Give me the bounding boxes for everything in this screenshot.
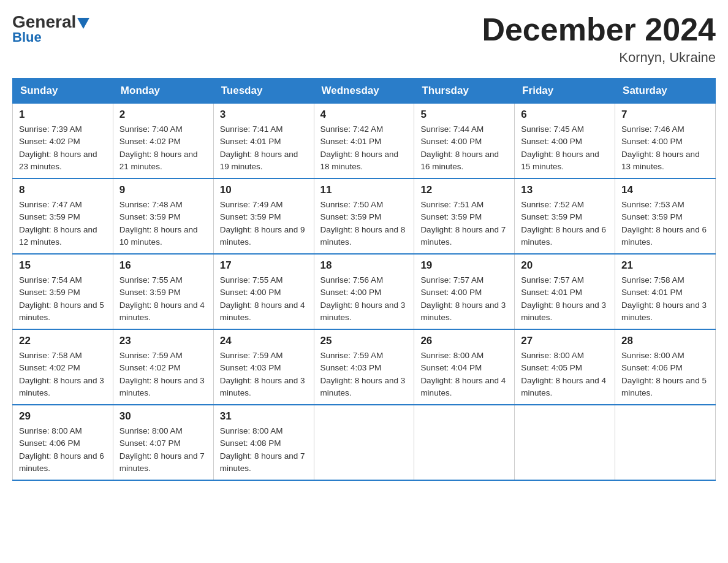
calendar-header-wednesday: Wednesday: [314, 79, 414, 104]
day-info: Sunrise: 8:00 AMSunset: 4:05 PMDaylight:…: [521, 350, 609, 399]
calendar-cell: 3 Sunrise: 7:41 AMSunset: 4:01 PMDayligh…: [213, 104, 314, 179]
day-info: Sunrise: 7:46 AMSunset: 4:00 PMDaylight:…: [621, 123, 709, 173]
calendar-cell: 28 Sunrise: 8:00 AMSunset: 4:06 PMDaylig…: [615, 329, 716, 405]
day-info: Sunrise: 7:59 AMSunset: 4:03 PMDaylight:…: [220, 350, 308, 399]
calendar-cell: [515, 405, 615, 480]
calendar-cell: 14 Sunrise: 7:53 AMSunset: 3:59 PMDaylig…: [615, 178, 716, 254]
day-info: Sunrise: 7:49 AMSunset: 3:59 PMDaylight:…: [220, 199, 308, 248]
day-number: 28: [621, 335, 709, 347]
calendar-header-tuesday: Tuesday: [213, 79, 314, 104]
calendar-cell: 18 Sunrise: 7:56 AMSunset: 4:00 PMDaylig…: [314, 254, 414, 329]
day-number: 22: [19, 335, 107, 347]
day-info: Sunrise: 7:42 AMSunset: 4:01 PMDaylight:…: [320, 123, 408, 173]
day-number: 9: [119, 184, 207, 196]
logo: General Blue: [12, 12, 89, 45]
logo-triangle-icon: [77, 18, 89, 29]
day-info: Sunrise: 7:50 AMSunset: 3:59 PMDaylight:…: [320, 199, 408, 248]
calendar-header-monday: Monday: [113, 79, 213, 104]
day-info: Sunrise: 8:00 AMSunset: 4:08 PMDaylight:…: [220, 425, 308, 475]
calendar-cell: 19 Sunrise: 7:57 AMSunset: 4:00 PMDaylig…: [414, 254, 515, 329]
day-number: 4: [320, 109, 408, 121]
calendar-table: SundayMondayTuesdayWednesdayThursdayFrid…: [12, 78, 716, 481]
day-info: Sunrise: 7:44 AMSunset: 4:00 PMDaylight:…: [420, 123, 508, 173]
day-number: 27: [521, 335, 609, 347]
day-number: 13: [521, 184, 609, 196]
day-number: 23: [119, 335, 207, 347]
day-info: Sunrise: 7:55 AMSunset: 3:59 PMDaylight:…: [119, 274, 207, 324]
day-info: Sunrise: 7:51 AMSunset: 3:59 PMDaylight:…: [420, 199, 508, 248]
day-info: Sunrise: 7:56 AMSunset: 4:00 PMDaylight:…: [320, 274, 408, 324]
location-text: Kornyn, Ukraine: [482, 50, 716, 66]
day-info: Sunrise: 7:41 AMSunset: 4:01 PMDaylight:…: [220, 123, 308, 173]
day-number: 3: [220, 109, 308, 121]
day-info: Sunrise: 7:52 AMSunset: 3:59 PMDaylight:…: [521, 199, 609, 248]
calendar-cell: 22 Sunrise: 7:58 AMSunset: 4:02 PMDaylig…: [13, 329, 113, 405]
calendar-cell: [314, 405, 414, 480]
calendar-cell: 20 Sunrise: 7:57 AMSunset: 4:01 PMDaylig…: [515, 254, 615, 329]
day-number: 29: [19, 410, 107, 423]
calendar-header-row: SundayMondayTuesdayWednesdayThursdayFrid…: [13, 79, 716, 104]
calendar-cell: 2 Sunrise: 7:40 AMSunset: 4:02 PMDayligh…: [113, 104, 213, 179]
calendar-header-friday: Friday: [515, 79, 615, 104]
day-number: 2: [119, 109, 207, 121]
day-number: 17: [220, 259, 308, 272]
calendar-cell: 21 Sunrise: 7:58 AMSunset: 4:01 PMDaylig…: [615, 254, 716, 329]
month-title: December 2024: [482, 12, 716, 47]
day-number: 16: [119, 259, 207, 272]
day-info: Sunrise: 7:57 AMSunset: 4:00 PMDaylight:…: [420, 274, 508, 324]
day-info: Sunrise: 7:58 AMSunset: 4:01 PMDaylight:…: [621, 274, 709, 324]
day-number: 25: [320, 335, 408, 347]
day-info: Sunrise: 7:59 AMSunset: 4:03 PMDaylight:…: [320, 350, 408, 399]
calendar-cell: 4 Sunrise: 7:42 AMSunset: 4:01 PMDayligh…: [314, 104, 414, 179]
day-info: Sunrise: 8:00 AMSunset: 4:06 PMDaylight:…: [621, 350, 709, 399]
logo-blue-text: Blue: [12, 29, 89, 45]
calendar-cell: 5 Sunrise: 7:44 AMSunset: 4:00 PMDayligh…: [414, 104, 515, 179]
day-number: 12: [420, 184, 508, 196]
calendar-cell: 10 Sunrise: 7:49 AMSunset: 3:59 PMDaylig…: [213, 178, 314, 254]
calendar-cell: 1 Sunrise: 7:39 AMSunset: 4:02 PMDayligh…: [13, 104, 113, 179]
calendar-week-row: 29 Sunrise: 8:00 AMSunset: 4:06 PMDaylig…: [13, 405, 716, 480]
calendar-cell: 24 Sunrise: 7:59 AMSunset: 4:03 PMDaylig…: [213, 329, 314, 405]
day-info: Sunrise: 7:55 AMSunset: 4:00 PMDaylight:…: [220, 274, 308, 324]
title-area: December 2024 Kornyn, Ukraine: [482, 12, 716, 66]
day-number: 11: [320, 184, 408, 196]
day-info: Sunrise: 7:58 AMSunset: 4:02 PMDaylight:…: [19, 350, 107, 399]
day-info: Sunrise: 7:54 AMSunset: 3:59 PMDaylight:…: [19, 274, 107, 324]
calendar-cell: 31 Sunrise: 8:00 AMSunset: 4:08 PMDaylig…: [213, 405, 314, 480]
day-number: 15: [19, 259, 107, 272]
day-info: Sunrise: 7:48 AMSunset: 3:59 PMDaylight:…: [119, 199, 207, 248]
calendar-week-row: 8 Sunrise: 7:47 AMSunset: 3:59 PMDayligh…: [13, 178, 716, 254]
calendar-cell: 30 Sunrise: 8:00 AMSunset: 4:07 PMDaylig…: [113, 405, 213, 480]
day-number: 31: [220, 410, 308, 423]
calendar-cell: 29 Sunrise: 8:00 AMSunset: 4:06 PMDaylig…: [13, 405, 113, 480]
day-info: Sunrise: 8:00 AMSunset: 4:07 PMDaylight:…: [119, 425, 207, 475]
calendar-cell: [615, 405, 716, 480]
day-info: Sunrise: 7:39 AMSunset: 4:02 PMDaylight:…: [19, 123, 107, 173]
day-number: 20: [521, 259, 609, 272]
day-info: Sunrise: 7:59 AMSunset: 4:02 PMDaylight:…: [119, 350, 207, 399]
day-info: Sunrise: 7:53 AMSunset: 3:59 PMDaylight:…: [621, 199, 709, 248]
day-info: Sunrise: 7:57 AMSunset: 4:01 PMDaylight:…: [521, 274, 609, 324]
calendar-week-row: 15 Sunrise: 7:54 AMSunset: 3:59 PMDaylig…: [13, 254, 716, 329]
page-header: General Blue December 2024 Kornyn, Ukrai…: [12, 12, 716, 66]
day-number: 24: [220, 335, 308, 347]
day-number: 19: [420, 259, 508, 272]
calendar-cell: 25 Sunrise: 7:59 AMSunset: 4:03 PMDaylig…: [314, 329, 414, 405]
calendar-cell: 16 Sunrise: 7:55 AMSunset: 3:59 PMDaylig…: [113, 254, 213, 329]
calendar-cell: 7 Sunrise: 7:46 AMSunset: 4:00 PMDayligh…: [615, 104, 716, 179]
day-number: 26: [420, 335, 508, 347]
day-number: 6: [521, 109, 609, 121]
day-number: 21: [621, 259, 709, 272]
calendar-cell: 12 Sunrise: 7:51 AMSunset: 3:59 PMDaylig…: [414, 178, 515, 254]
calendar-week-row: 1 Sunrise: 7:39 AMSunset: 4:02 PMDayligh…: [13, 104, 716, 179]
calendar-cell: 13 Sunrise: 7:52 AMSunset: 3:59 PMDaylig…: [515, 178, 615, 254]
day-number: 18: [320, 259, 408, 272]
day-info: Sunrise: 7:40 AMSunset: 4:02 PMDaylight:…: [119, 123, 207, 173]
day-info: Sunrise: 7:45 AMSunset: 4:00 PMDaylight:…: [521, 123, 609, 173]
day-number: 5: [420, 109, 508, 121]
day-number: 30: [119, 410, 207, 423]
day-number: 8: [19, 184, 107, 196]
day-number: 10: [220, 184, 308, 196]
day-number: 1: [19, 109, 107, 121]
calendar-cell: 15 Sunrise: 7:54 AMSunset: 3:59 PMDaylig…: [13, 254, 113, 329]
